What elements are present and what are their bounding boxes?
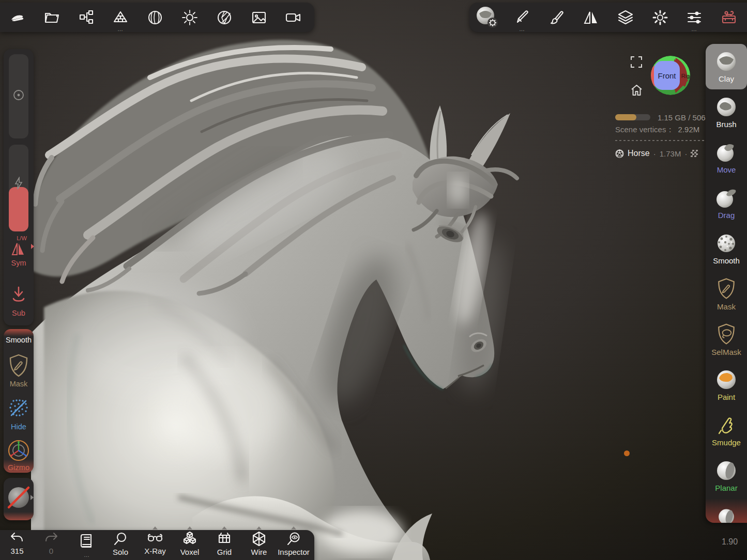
scroll-fade-bottom (4, 459, 34, 473)
tool-label: Drag (718, 211, 735, 220)
grid-icon (217, 531, 232, 547)
app-logo-button[interactable] (3, 3, 32, 32)
mask-action-button[interactable]: Mask (4, 351, 34, 391)
grid-button[interactable]: Grid (208, 531, 240, 560)
tool-drag[interactable]: Drag (706, 180, 747, 226)
more-dots: … (106, 26, 135, 32)
smudge-hand-icon (715, 414, 738, 437)
lightning-icon (12, 177, 25, 190)
checker-material-icon (691, 150, 698, 157)
fullscreen-button[interactable] (630, 56, 643, 68)
solo-button[interactable]: Solo (104, 531, 136, 560)
xray-button[interactable]: X-Ray (139, 531, 171, 560)
stats-separator (615, 140, 704, 141)
history-notes-button[interactable]: … (71, 531, 103, 560)
sub-button[interactable]: Sub (4, 284, 34, 321)
tool-selmask[interactable]: SelMask (706, 317, 747, 362)
layers-button[interactable] (611, 3, 640, 32)
tool-partial-next[interactable] (706, 499, 747, 523)
wire-button[interactable]: Wire (243, 531, 275, 560)
background-button[interactable] (245, 3, 273, 32)
paint-brush-button[interactable] (542, 3, 571, 32)
scene-vertices-value: 2.92M (678, 125, 700, 134)
tool-paint[interactable]: Paint (706, 362, 747, 408)
app-logo-icon (8, 9, 26, 26)
matcap-button[interactable] (473, 3, 502, 32)
toolbox-button[interactable] (714, 3, 743, 32)
settings-button[interactable] (646, 3, 675, 32)
interface-button[interactable]: … (680, 3, 709, 32)
radius-slider[interactable] (9, 54, 28, 138)
inspector-button[interactable]: Inspector (278, 531, 310, 560)
symmetry-button[interactable] (576, 3, 605, 32)
sym-badge: L/W (10, 235, 34, 241)
tool-label: Clay (719, 74, 734, 83)
nav-right-label: Rig (681, 73, 690, 79)
stroke-button[interactable]: … (508, 3, 537, 32)
dot-sep: · (684, 149, 687, 158)
tool-smooth[interactable]: Smooth (706, 226, 747, 271)
scene-vertices: Scene vertices： 2.92M (615, 125, 699, 135)
image-icon (250, 9, 268, 26)
sym-triangles-icon (10, 241, 27, 257)
voxel-button[interactable]: Voxel (174, 531, 206, 560)
sym-expand-arrow-icon (31, 243, 35, 250)
caret-up-icon (256, 526, 262, 530)
smooth-action-label[interactable]: Smooth (4, 336, 34, 344)
gear-icon (651, 9, 669, 26)
lighting-button[interactable] (175, 3, 204, 32)
tool-planar[interactable]: Planar (706, 453, 747, 499)
caret-up-icon (153, 526, 158, 530)
toolbar-bottom: 315 0 … Solo X-Ray Voxel Grid (0, 530, 314, 560)
tool-brush[interactable]: Brush (706, 89, 747, 135)
nav-sphere[interactable]: Front Rig (650, 55, 691, 96)
nav-front-label: Front (658, 71, 676, 80)
undo-button[interactable]: 315 (1, 531, 33, 560)
shield-pen-icon (7, 353, 30, 379)
tool-mask[interactable]: Mask (706, 271, 747, 317)
layers-stack-icon (617, 9, 634, 26)
memory-bar (615, 114, 650, 120)
pencil-icon (513, 9, 531, 26)
redo-button[interactable]: 0 (35, 531, 67, 560)
home-view-button[interactable] (630, 84, 643, 97)
files-button[interactable] (37, 3, 66, 32)
dot-sep: · (653, 149, 656, 158)
tool-smudge[interactable]: Smudge (706, 408, 747, 453)
shield-pen-icon (715, 277, 737, 301)
scene-graph-icon (78, 9, 95, 26)
topology-button[interactable]: … (106, 3, 135, 32)
pivot-dot (624, 450, 630, 456)
tool-label: Smooth (713, 256, 740, 265)
hatched-sphere-icon (146, 9, 164, 26)
brush-sphere-icon (715, 96, 738, 118)
material-button[interactable] (141, 3, 170, 32)
camera-button[interactable] (279, 3, 308, 32)
aperture-icon (216, 9, 233, 26)
app-canvas: 1.90 … (0, 0, 747, 560)
video-camera-icon (284, 9, 302, 26)
mesh-icosahedron-icon (615, 149, 624, 158)
zoom-level: 1.90 (722, 537, 738, 547)
magnifier-eye-icon (286, 531, 301, 547)
scene-object-row[interactable]: Horse · 1.73M · (615, 149, 698, 158)
tool-label: Smudge (712, 438, 741, 447)
inspector-label: Inspector (278, 548, 310, 556)
sym-button[interactable]: L/W Sym (4, 235, 34, 271)
toolbar-top-right: … … (469, 3, 747, 32)
hide-action-button[interactable]: Hide (4, 394, 34, 434)
sym-label: Sym (4, 259, 34, 267)
shield-lasso-icon (715, 322, 737, 346)
tool-clay[interactable]: Clay (706, 44, 747, 89)
sub-arrow-icon (10, 285, 27, 306)
intensity-slider[interactable] (9, 145, 28, 231)
postprocess-button[interactable] (210, 3, 239, 32)
wire-sphere-icon (251, 531, 267, 547)
scene-graph-button[interactable] (72, 3, 101, 32)
move-sphere-icon (715, 141, 738, 164)
redo-icon (43, 531, 59, 546)
tool-label: Brush (716, 120, 736, 129)
planar-sphere-icon (715, 459, 738, 482)
tool-move[interactable]: Move (706, 135, 747, 180)
magnifier-icon (113, 531, 128, 547)
